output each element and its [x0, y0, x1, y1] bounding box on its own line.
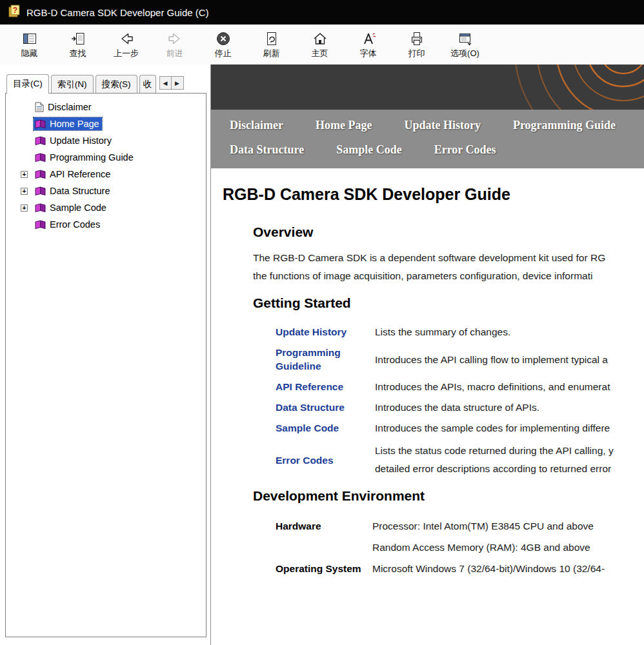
- tree-item-api-reference[interactable]: + API Reference: [7, 166, 205, 183]
- tab-index[interactable]: 索引(N): [51, 75, 94, 93]
- link-update-history[interactable]: Update History: [276, 325, 366, 339]
- tree-item-label: Data Structure: [50, 186, 110, 196]
- toolbar-button-label: 停止: [215, 48, 232, 59]
- document-icon: [35, 102, 44, 112]
- tree-item-programming-guide[interactable]: Programming Guide: [7, 149, 205, 166]
- tab-search[interactable]: 搜索(S): [96, 75, 137, 93]
- toolbar-button-label: 前进: [166, 48, 183, 59]
- dev-row-label-operating-system: Operating System: [276, 558, 371, 579]
- link-error-codes[interactable]: Error Codes: [276, 453, 366, 467]
- font-icon: [361, 31, 376, 46]
- tree-item-label: Update History: [50, 135, 112, 146]
- overview-paragraph-line: The RGB-D Camera SDK is a dependent soft…: [253, 249, 644, 267]
- nav-link-error-codes[interactable]: Error Codes: [434, 143, 496, 157]
- toolbar-button-label: 选项(O): [450, 48, 479, 59]
- toolbar: 隐藏 查找 上一步 前进 停止: [0, 25, 644, 64]
- toolbar-button-back[interactable]: 上一步: [102, 26, 150, 64]
- page-title: RGB-D Camera SDK Developer Guide: [211, 168, 644, 212]
- page-body: Overview The RGB-D Camera SDK is a depen…: [211, 212, 644, 645]
- overview-paragraph-line: the functions of image acquisition, para…: [253, 267, 644, 285]
- print-icon: [409, 31, 425, 46]
- book-icon: [35, 119, 46, 129]
- toolbar-button-print[interactable]: 打印: [392, 26, 441, 64]
- toolbar-button-label: 字体: [360, 48, 377, 59]
- tree-item-sample-code[interactable]: + Sample Code: [7, 199, 205, 216]
- nav-link-data-structure[interactable]: Data Structure: [230, 143, 304, 157]
- nav-link-programming-guide[interactable]: Programming Guide: [513, 119, 616, 132]
- tree-item-disclaimer[interactable]: Disclaimer: [7, 99, 205, 115]
- topic-pane: Disclaimer Home Page Update History Prog…: [210, 64, 644, 645]
- tab-scrollers: ◀ ▶: [159, 76, 184, 90]
- table-cell-description: Lists the status code returned during th…: [375, 442, 644, 478]
- development-environment-table: Hardware Processor: Intel Atom(TM) E3845…: [276, 515, 644, 579]
- options-icon: [458, 31, 473, 46]
- toolbar-button-label: 打印: [408, 48, 425, 59]
- toolbar-button-home[interactable]: 主页: [296, 26, 344, 64]
- tree-item-label: Error Codes: [50, 219, 100, 230]
- tree-item-update-history[interactable]: Update History: [7, 132, 205, 149]
- toolbar-button-label: 上一步: [114, 48, 139, 59]
- refresh-icon: [264, 31, 279, 46]
- tree-item-label: Sample Code: [50, 203, 106, 213]
- toolbar-button-hide[interactable]: 隐藏: [5, 26, 54, 64]
- link-data-structure[interactable]: Data Structure: [276, 401, 366, 414]
- nav-link-home-page[interactable]: Home Page: [316, 119, 372, 132]
- tree-item-label: API Reference: [50, 169, 110, 179]
- table-cell-description: Introduces the API calling flow to imple…: [375, 353, 644, 366]
- header-banner: [211, 64, 644, 110]
- tree-item-data-structure[interactable]: + Data Structure: [7, 183, 205, 199]
- link-programming-guideline[interactable]: Programming Guideline: [276, 346, 366, 373]
- selected-tree-item: Home Page: [34, 117, 102, 130]
- tree-item-home-page[interactable]: Home Page: [7, 115, 205, 132]
- link-api-reference[interactable]: API Reference: [276, 380, 366, 393]
- topic-nav-band: Disclaimer Home Page Update History Prog…: [211, 110, 644, 168]
- tree-item-error-codes[interactable]: Error Codes: [7, 216, 205, 233]
- right-arrow-icon: ▶: [175, 80, 179, 86]
- nav-row-2: Data Structure Sample Code Error Codes: [230, 143, 644, 157]
- tree-item-label: Programming Guide: [50, 152, 134, 163]
- dev-row-value: Microsoft Windows 7 (32/64-bit)/Windows …: [372, 558, 644, 579]
- toolbar-button-options[interactable]: 选项(O): [441, 26, 489, 64]
- table-cell-description: Introduces the data structure of APIs.: [375, 401, 644, 414]
- tree-item-label: Disclaimer: [48, 102, 92, 112]
- titlebar: ? RGB-D Camera SDK Developer Guide (C): [0, 0, 644, 25]
- toolbar-button-font[interactable]: 字体: [344, 26, 392, 64]
- home-icon: [312, 31, 328, 46]
- hide-panel-icon: [22, 31, 37, 46]
- expand-plus-icon[interactable]: +: [21, 188, 28, 195]
- window-title: RGB-D Camera SDK Developer Guide (C): [26, 7, 209, 18]
- nav-row-1: Disclaimer Home Page Update History Prog…: [230, 119, 644, 132]
- locate-icon: [70, 31, 86, 46]
- heading-getting-started: Getting Started: [253, 295, 644, 311]
- book-icon: [35, 186, 46, 196]
- back-arrow-icon: [119, 31, 134, 46]
- getting-started-table: Update History Lists the summary of chan…: [276, 325, 644, 478]
- nav-link-disclaimer[interactable]: Disclaimer: [230, 119, 283, 132]
- expand-plus-icon[interactable]: +: [21, 204, 28, 212]
- toolbar-button-stop[interactable]: 停止: [199, 26, 247, 64]
- toolbar-button-label: 刷新: [263, 48, 280, 59]
- table-cell-description: Introduces the sample codes for implemen…: [375, 421, 644, 435]
- link-sample-code[interactable]: Sample Code: [276, 421, 366, 435]
- table-cell-description: Lists the summary of changes.: [375, 325, 644, 339]
- tab-contents[interactable]: 目录(C): [6, 74, 49, 94]
- tab-favorites[interactable]: 收: [139, 75, 156, 93]
- dev-row-value: Processor: Intel Atom(TM) E3845 CPU and …: [372, 515, 644, 558]
- book-icon: [35, 136, 46, 146]
- expand-plus-icon[interactable]: +: [21, 171, 28, 178]
- heading-overview: Overview: [253, 224, 644, 240]
- toolbar-button-refresh[interactable]: 刷新: [247, 26, 296, 64]
- forward-arrow-icon: [167, 31, 183, 46]
- toolbar-button-locate[interactable]: 查找: [54, 26, 102, 64]
- book-icon: [35, 203, 46, 213]
- toolbar-button-label: 查找: [70, 48, 86, 59]
- nav-link-update-history[interactable]: Update History: [404, 119, 481, 132]
- book-icon: [35, 170, 46, 179]
- tab-scroll-left-button[interactable]: ◀: [159, 76, 172, 90]
- tab-scroll-right-button[interactable]: ▶: [172, 76, 184, 90]
- banner-swirl-icon: [367, 64, 644, 110]
- book-icon: [35, 220, 46, 230]
- tree-item-label: Home Page: [50, 119, 99, 129]
- nav-link-sample-code[interactable]: Sample Code: [336, 143, 402, 157]
- toolbar-button-label: 隐藏: [21, 48, 38, 59]
